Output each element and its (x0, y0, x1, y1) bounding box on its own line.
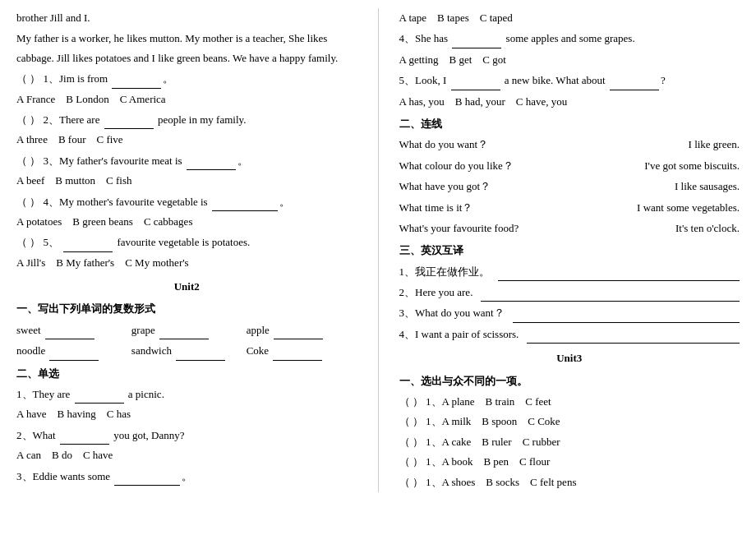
blank-sandwich[interactable] (176, 360, 225, 361)
section1-title: 一、写出下列单词的复数形式 (16, 299, 357, 318)
q5r-blank1[interactable] (451, 90, 500, 90)
right-mc-q4: 4、She has some apples and some grapes. (399, 29, 740, 48)
q5-blank[interactable] (63, 251, 113, 252)
left-column: brother Jill and I. My father is a worke… (16, 8, 357, 492)
match-5-left: What's your favourite food? (399, 219, 587, 238)
q5-num: 5、 (44, 236, 60, 248)
paren-5: （ ） (16, 236, 40, 248)
q1-options: A France B London C America (16, 90, 357, 108)
q1-num: 1、Jim is from (44, 72, 108, 85)
mc-q2-options: A can B do C have (16, 445, 357, 464)
trans-2-blank[interactable] (481, 288, 740, 302)
u3-paren-1: （ ） (399, 395, 423, 408)
u3-q4-text: 1、A book B pen C flour (426, 455, 550, 468)
match-3-left: What have you got？ (399, 177, 587, 196)
u3-paren-5: （ ） (399, 476, 423, 488)
trans-3-blank[interactable] (513, 310, 740, 323)
trans-3-text: 3、What do you want？ (399, 303, 505, 322)
match-5-right: It's ten o'clock. (603, 219, 740, 238)
trans-4-blank[interactable] (527, 330, 740, 344)
vocab-row-2: noodle sandwich Coke (16, 341, 357, 360)
q4-options: A potatoes B green beans C cabbages (16, 212, 357, 231)
trans-2: 2、Here you are. (399, 283, 740, 302)
page: brother Jill and I. My father is a worke… (16, 8, 740, 492)
question-2: （ ） 2、There are people in my family. (16, 110, 357, 129)
mc-q3-num: 3、Eddie wants some (16, 470, 110, 482)
match-1-left: What do you want？ (399, 135, 587, 154)
match-2-left: What colour do you like？ (399, 156, 587, 175)
paren-1: （ ） (16, 72, 40, 85)
section2-title-left: 二、单选 (16, 364, 357, 383)
mc-q3-blank[interactable] (114, 485, 180, 486)
match-4: What time is it？ I want some vegetables. (399, 198, 740, 217)
blank-apple[interactable] (274, 339, 323, 339)
q3-options: A beef B mutton C fish (16, 171, 357, 190)
mc-q2-blank[interactable] (60, 444, 109, 445)
q2-suffix: people in my family. (158, 113, 246, 126)
q4-num: 4、My mother's favourite vegetable is (44, 196, 208, 208)
unit2-title: Unit2 (16, 277, 357, 296)
vocab-noodle: noodle (16, 341, 127, 360)
u3-q2-text: 1、A milk B spoon C Coke (426, 415, 560, 427)
q3-num: 3、My father's favourite meat is (44, 155, 182, 167)
q2-options: A three B four C five (16, 130, 357, 149)
blank-sweet[interactable] (45, 339, 94, 339)
unit3-section1: 一、选出与众不同的一项。 (399, 371, 740, 390)
blank-noodle[interactable] (49, 360, 99, 361)
trans-1: 1、我正在做作业。 (399, 262, 740, 281)
mc-q1-options: A have B having C has (16, 404, 357, 423)
question-4: （ ） 4、My mother's favourite vegetable is… (16, 192, 357, 211)
vocab-sweet: sweet (16, 321, 127, 339)
u3-q4: （ ） 1、A book B pen C flour (399, 452, 740, 471)
match-5: What's your favourite food? It's ten o'c… (399, 219, 740, 238)
match-1: What do you want？ I like green. (399, 135, 740, 154)
column-divider (378, 8, 379, 492)
q4r-blank[interactable] (452, 48, 501, 48)
q2-blank[interactable] (104, 128, 154, 129)
q5-options: A Jill's B My father's C My mother's (16, 253, 357, 272)
q5r-blank2[interactable] (610, 90, 659, 90)
mc-q1-blank[interactable] (75, 403, 124, 404)
u3-q1: （ ） 1、A plane B train C feet (399, 392, 740, 411)
question-3: （ ） 3、My father's favourite meat is 。 (16, 151, 357, 170)
right-mc-q5: 5、Look, I a new bike. What about ? (399, 71, 740, 90)
mc-q1: 1、They are a picnic. (16, 385, 357, 404)
trans-3: 3、What do you want？ (399, 303, 740, 322)
u3-q5: （ ） 1、A shoes B socks C felt pens (399, 473, 740, 491)
vocab-coke: Coke (247, 341, 357, 360)
trans-1-blank[interactable] (498, 268, 740, 281)
q4-blank[interactable] (212, 210, 278, 211)
blank-grape[interactable] (159, 339, 209, 339)
intro-line-2: My father is a worker, he likes mutton. … (16, 29, 357, 67)
q1-blank[interactable] (112, 88, 161, 89)
trans-4-text: 4、I want a pair of scissors. (399, 325, 519, 344)
q2-num: 2、There are (44, 113, 100, 126)
mc-q3: 3、Eddie wants some 。 (16, 467, 357, 486)
trans-1-text: 1、我正在做作业。 (399, 262, 491, 281)
section2-title-right: 二、连线 (399, 114, 740, 133)
paren-2: （ ） (16, 113, 40, 126)
intro-line-1: brother Jill and I. (16, 8, 357, 27)
right-mc-opts-1: A tape B tapes C taped (399, 8, 740, 27)
u3-paren-2: （ ） (399, 415, 423, 427)
u3-paren-4: （ ） (399, 455, 423, 468)
question-5: （ ） 5、 favourite vegetable is potatoes. (16, 233, 357, 251)
right-column: A tape B tapes C taped 4、She has some ap… (399, 8, 740, 492)
match-2-right: I've got some biscuits. (603, 156, 740, 175)
u3-q5-text: 1、A shoes B socks C felt pens (426, 476, 576, 488)
blank-coke[interactable] (273, 360, 322, 361)
vocab-row-1: sweet grape apple (16, 321, 357, 339)
match-3: What have you got？ I like sausages. (399, 177, 740, 196)
q5-suffix: favourite vegetable is potatoes. (118, 236, 251, 248)
vocab-apple: apple (247, 321, 357, 339)
trans-2-text: 2、Here you are. (399, 283, 473, 302)
right-mc-opts-5: A has, you B had, your C have, you (399, 92, 740, 111)
u3-q3-text: 1、A cake B ruler C rubber (426, 436, 560, 448)
u3-q1-text: 1、A plane B train C feet (426, 395, 551, 408)
paren-3: （ ） (16, 155, 40, 167)
vocab-sandwich: sandwich (131, 341, 242, 360)
q3-blank[interactable] (187, 169, 236, 170)
trans-4: 4、I want a pair of scissors. (399, 325, 740, 344)
match-2: What colour do you like？ I've got some b… (399, 156, 740, 175)
u3-paren-3: （ ） (399, 436, 423, 448)
